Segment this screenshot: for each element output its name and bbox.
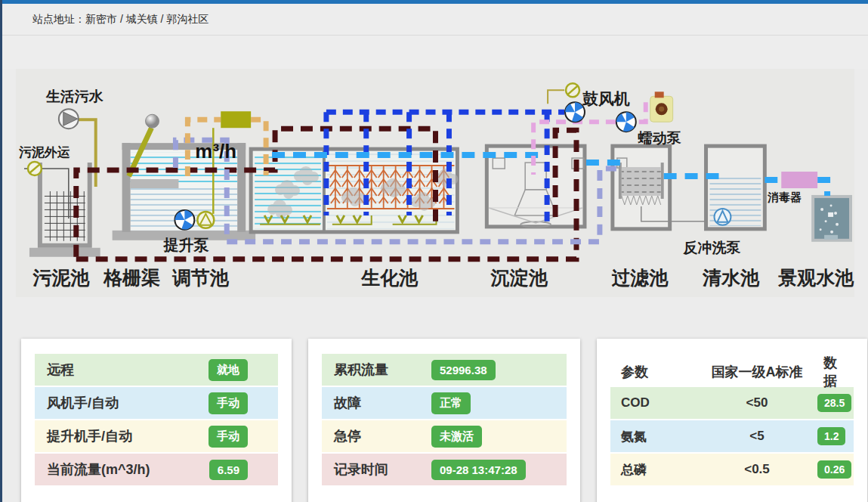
tank-label-sludge: 污泥池 [32,267,90,288]
row-label: 故障 [334,394,431,412]
quality-header-param: 参数 [621,363,697,381]
disinfector-box [781,172,817,188]
tank-label-clearwater: 清水池 [702,267,760,288]
status-row-fault: 故障 正常 [322,387,567,419]
label-lift-pump: 提升泵 [162,237,209,253]
tank-label-adjust: 调节池 [171,267,230,288]
status-row-record-time: 记录时间 09-28 13:47:28 [322,454,567,485]
clearwater-tank [706,146,765,229]
quality-row-phosphorus: 总磷 <0.5 0.26 [610,454,854,485]
label-sludge-out: 污泥外运 [19,145,70,160]
cod-value-badge: 28.5 [817,394,851,412]
remote-mode-badge[interactable]: 就地 [209,359,248,381]
process-flow-diagram: 生活污水 污泥外运 提升泵 m³/h 鼓风机 蠕动泵 消毒器 反冲洗泵 污泥池 … [16,73,854,297]
tank-label-filter: 过滤池 [611,267,669,288]
label-blower: 鼓风机 [582,90,630,107]
page-header: 站点地址：新密市 / 城关镇 / 郭沟社区 [2,4,868,69]
param-standard: <5 [697,429,817,444]
peristaltic-pump-icon [650,91,673,122]
landscape-pool [813,197,851,240]
label-flow-unit: m³/h [195,141,236,162]
status-cards: 远程 就地 风机手/自动 手动 提升机手/自动 手动 当前流量(m^3/h) 6… [21,339,868,502]
bio-tank [251,149,458,232]
status-panel: 累积流量 52996.38 故障 正常 急停 未激活 记录时间 09-28 13… [308,339,580,502]
status-row-total-flow: 累积流量 52996.38 [322,354,567,386]
lift-pump-fan-icon [175,210,194,230]
param-standard: <0.5 [697,462,817,477]
control-panel: 远程 就地 风机手/自动 手动 提升机手/自动 手动 当前流量(m^3/h) 6… [21,339,292,502]
label-backwash-pump: 反冲洗泵 [683,240,741,256]
scada-page: 站点地址：新密市 / 城关镇 / 郭沟社区 [0,0,868,502]
row-label: 急停 [334,427,431,445]
tank-label-grid: 格栅渠 [103,267,160,288]
param-name: 总磷 [621,461,697,479]
quality-header-data: 数据 [817,354,843,390]
row-label: 提升机手/自动 [47,427,132,445]
screen-motor [146,114,159,128]
flow-meter [221,111,251,128]
current-flow-badge: 6.59 [209,460,248,480]
label-domestic-sewage: 生活污水 [45,88,104,104]
total-flow-badge: 52996.38 [431,360,496,380]
fault-badge: 正常 [431,392,471,414]
ammonia-value-badge: 1.2 [817,427,845,445]
quality-header-standard: 国家一级A标准 [697,363,817,381]
site-address: 站点地址：新密市 / 城关镇 / 郭沟社区 [2,4,868,36]
main-area: 生活污水 污泥外运 提升泵 m³/h 鼓风机 蠕动泵 消毒器 反冲洗泵 污泥池 … [2,69,868,502]
param-standard: <50 [697,395,817,411]
status-row-estop: 急停 未激活 [322,420,567,452]
control-row-remote: 远程 就地 [35,354,278,386]
param-name: 氨氮 [621,428,697,445]
blower-valve-icon [566,83,579,97]
quality-header-row: 参数 国家一级A标准 数据 [610,354,854,386]
control-row-current-flow: 当前流量(m^3/h) 6.59 [35,454,278,485]
row-label: 风机手/自动 [47,394,119,412]
tank-label-landscape: 景观水池 [777,267,854,288]
estop-badge: 未激活 [431,426,482,448]
label-disinfector: 消毒器 [767,191,802,203]
control-row-fan-mode: 风机手/自动 手动 [35,387,278,419]
row-label: 记录时间 [334,460,431,479]
phosphorus-value-badge: 0.26 [817,460,851,479]
record-time-badge: 09-28 13:47:28 [431,460,526,480]
row-label: 当前流量(m^3/h) [47,460,150,479]
tank-label-sedimentation: 沉淀池 [490,267,548,288]
quality-panel: 参数 国家一级A标准 数据 COD <50 28.5 氨氮 <5 1.2 总磷 … [597,339,867,502]
lift-mode-badge[interactable]: 手动 [209,426,248,448]
row-label: 远程 [47,361,74,379]
label-peristaltic-pump: 蠕动泵 [638,130,681,146]
quality-row-cod: COD <50 28.5 [610,387,854,419]
process-diagram-panel: 生活污水 污泥外运 提升泵 m³/h 鼓风机 蠕动泵 消毒器 反冲洗泵 污泥池 … [16,69,854,297]
param-name: COD [621,395,697,411]
quality-row-ammonia: 氨氮 <5 1.2 [610,420,854,452]
control-row-lift-mode: 提升机手/自动 手动 [35,420,278,452]
tank-label-bio: 生化池 [360,267,419,288]
fan-mode-badge[interactable]: 手动 [209,392,248,414]
peristaltic-fan-icon [616,112,636,132]
row-label: 累积流量 [334,361,431,379]
